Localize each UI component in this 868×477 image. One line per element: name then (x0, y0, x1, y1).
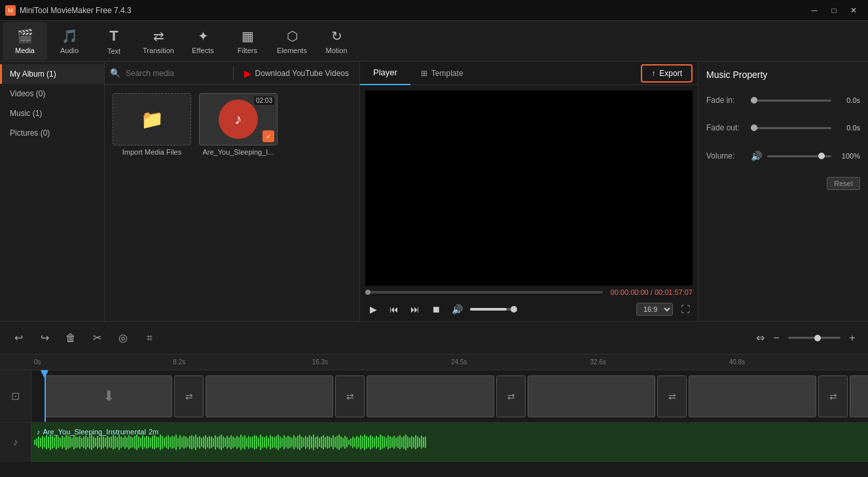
undo-button[interactable]: ↩ (8, 328, 29, 349)
waveform-bar (221, 434, 222, 450)
app-title: MiniTool MovieMaker Free 7.4.3 (20, 6, 132, 15)
clip-1[interactable]: ⬇ (45, 375, 172, 417)
waveform-bar (368, 437, 369, 448)
pictures-label: Pictures (0) (10, 128, 50, 138)
waveform-bar (301, 436, 302, 448)
prev-frame-button[interactable]: ⏮ (386, 301, 402, 317)
crop-button[interactable]: ⌗ (139, 328, 160, 349)
video-canvas (365, 90, 693, 286)
toolbar-text[interactable]: T Text (92, 22, 136, 60)
clip-transition-3[interactable]: ⇄ (496, 375, 526, 417)
waveform-bar (173, 436, 175, 448)
redo-button[interactable]: ↪ (34, 328, 55, 349)
audio-thumb[interactable]: ♪ 02:03 ✓ (199, 93, 278, 145)
volume-prop-thumb (818, 153, 825, 159)
stop-button[interactable]: ⏹ (428, 301, 444, 317)
waveform-bar (309, 435, 310, 449)
waveform-bar (393, 436, 395, 449)
volume-slider[interactable] (470, 308, 516, 311)
import-thumb[interactable]: 📁 (113, 93, 191, 145)
waveform-bar (36, 438, 37, 446)
player-tab[interactable]: Player (360, 62, 410, 85)
toolbar-filters[interactable]: ▦ Filters (225, 22, 270, 60)
waveform-bar (382, 436, 383, 449)
reset-button[interactable]: Reset (827, 177, 860, 190)
waveform-bar (179, 435, 181, 449)
sidebar-item-videos[interactable]: Videos (0) (0, 84, 104, 104)
next-frame-button[interactable]: ⏭ (407, 301, 423, 317)
video-track-label[interactable]: ⊡ (0, 370, 31, 422)
time-display: 00:00:00:00 / 00:01:57:07 (611, 288, 693, 296)
waveform-bar (207, 437, 208, 448)
toolbar-media[interactable]: 🎬 Media (3, 22, 47, 60)
zoom-out-button[interactable]: − (769, 330, 784, 346)
waveform-bar (305, 436, 306, 449)
zoom-in-button[interactable]: + (844, 330, 860, 346)
waveform-bar (329, 436, 330, 448)
cut-button[interactable]: ✂ (86, 328, 107, 349)
audio-label: Are_You_Sleeping_I... (202, 148, 274, 156)
waveform-bar (89, 436, 90, 449)
audio-media-item[interactable]: ♪ 02:03 ✓ Are_You_Sleeping_I... (199, 93, 278, 156)
toolbar-effects[interactable]: ✦ Effects (181, 22, 225, 60)
minimize-button[interactable]: ─ (805, 3, 823, 18)
clip-3[interactable] (367, 375, 494, 417)
waveform-bar (388, 435, 389, 449)
timeline-header: 0s 8.2s 16.3s 24.5s 32.6s 40.8s (0, 354, 868, 370)
clip-transition-2[interactable]: ⇄ (335, 375, 365, 417)
waveform-bar (348, 440, 350, 445)
waveform-bar (146, 436, 147, 449)
aspect-ratio-select[interactable]: 16:9 9:16 4:3 1:1 (636, 303, 673, 316)
youtube-download-btn[interactable]: ▶ Download YouTube Videos (239, 66, 354, 81)
clip-4[interactable] (528, 375, 655, 417)
clip-6[interactable] (850, 375, 868, 417)
sidebar-item-my-album[interactable]: My Album (1) (0, 64, 104, 84)
waveform-bar (289, 436, 291, 448)
timeline: 0s 8.2s 16.3s 24.5s 32.6s 40.8s ⊡ ⬇ ⇄ (0, 354, 868, 477)
fade-in-value: 0.0s (837, 96, 860, 104)
clip-transition-1[interactable]: ⇄ (174, 375, 204, 417)
toolbar-elements[interactable]: ⬡ Elements (270, 22, 314, 60)
play-button[interactable]: ▶ (365, 301, 381, 317)
toolbar-transition[interactable]: ⇄ Transition (136, 22, 181, 60)
waveform-bar (166, 436, 167, 448)
export-button[interactable]: ↑ Export (641, 64, 693, 83)
waveform-bar (115, 436, 116, 449)
transition-icon: ⇄ (153, 28, 164, 44)
audio-track-area[interactable]: ♪ Are_You_Sleeping_Instrumental 2m (31, 423, 868, 462)
toolbar-motion[interactable]: ↻ Motion (314, 22, 359, 60)
search-input[interactable] (126, 69, 228, 78)
volume-prop-slider[interactable] (767, 155, 831, 157)
template-button[interactable]: ⊞ Template (410, 62, 474, 85)
waveform-bar (234, 438, 236, 447)
sidebar-item-pictures[interactable]: Pictures (0) (0, 123, 104, 143)
clip-2[interactable] (206, 375, 333, 417)
clip-5[interactable] (689, 375, 816, 417)
transition-icon-3: ⇄ (507, 391, 515, 402)
waveform-bar (240, 434, 242, 450)
close-button[interactable]: ✕ (844, 3, 863, 18)
toolbar-audio[interactable]: 🎵 Audio (47, 22, 92, 60)
fullscreen-button[interactable]: ⛶ (678, 302, 693, 316)
audio-edit-button[interactable]: ◎ (113, 328, 134, 349)
waveform-bar (327, 436, 328, 449)
volume-icon: 🔊 (751, 151, 762, 161)
sidebar-item-music[interactable]: Music (1) (0, 104, 104, 123)
volume-icon-button[interactable]: 🔊 (449, 301, 465, 317)
import-label: Import Media Files (122, 148, 181, 156)
clip-transition-4[interactable]: ⇄ (657, 375, 687, 417)
delete-button[interactable]: 🗑 (60, 328, 81, 349)
restore-button[interactable]: □ (825, 3, 843, 18)
fade-in-slider[interactable] (751, 100, 831, 102)
progress-bar[interactable] (365, 291, 603, 294)
audio-track-label[interactable]: ♪ (0, 423, 31, 462)
waveform-bar (366, 436, 367, 449)
fade-out-slider[interactable] (751, 127, 831, 129)
import-media-item[interactable]: 📁 Import Media Files (113, 93, 191, 156)
clip-transition-5[interactable]: ⇄ (818, 375, 848, 417)
volume-fill (470, 308, 507, 311)
waveform-bar (79, 436, 81, 449)
zoom-slider[interactable] (788, 337, 841, 339)
filters-label: Filters (238, 47, 257, 54)
waveform-bar (48, 436, 49, 448)
